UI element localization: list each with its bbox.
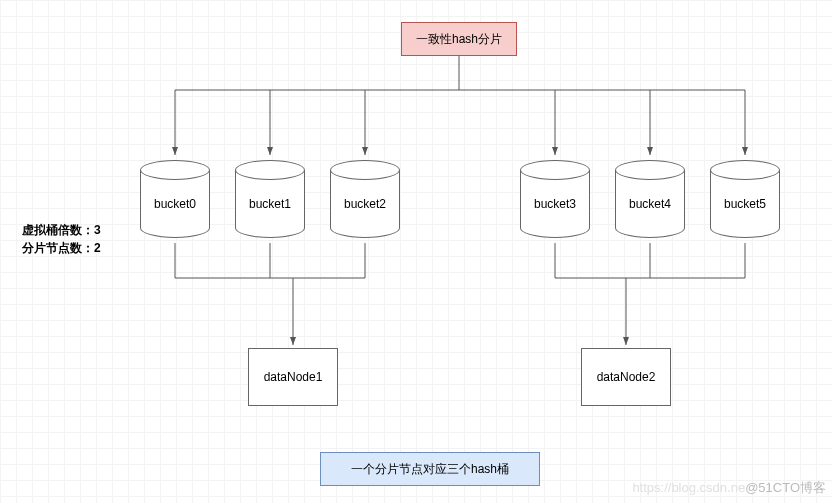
bucket-5-label: bucket5 [710,197,780,211]
diagram-title: 一致性hash分片 [401,22,517,56]
data-node-2: dataNode2 [581,348,671,406]
diagram-caption: 一个分片节点对应三个hash桶 [320,452,540,486]
bucket-3-label: bucket3 [520,197,590,211]
bucket-0-label: bucket0 [140,197,210,211]
bucket-4: bucket4 [615,160,685,238]
bucket-2-label: bucket2 [330,197,400,211]
bucket-4-label: bucket4 [615,197,685,211]
bucket-1: bucket1 [235,160,305,238]
connector-layer [0,0,832,503]
bucket-1-label: bucket1 [235,197,305,211]
bucket-5: bucket5 [710,160,780,238]
shard-node-count-label: 分片节点数：2 [22,240,101,257]
bucket-0: bucket0 [140,160,210,238]
bucket-2: bucket2 [330,160,400,238]
bucket-3: bucket3 [520,160,590,238]
data-node-1: dataNode1 [248,348,338,406]
watermark-strong: @51CTO博客 [745,480,826,495]
virtual-bucket-factor-label: 虚拟桶倍数：3 [22,222,101,239]
watermark-faint: https://blog.csdn.ne [632,480,745,495]
watermark: https://blog.csdn.ne@51CTO博客 [632,479,826,497]
